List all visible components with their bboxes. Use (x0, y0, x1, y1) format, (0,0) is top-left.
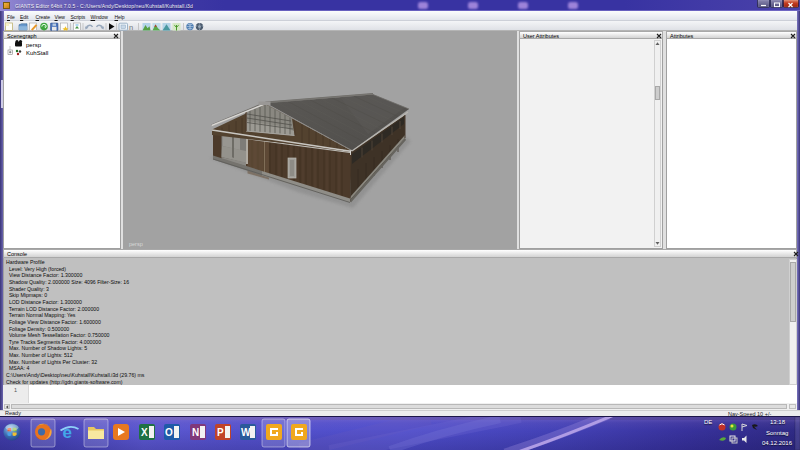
svg-text:X: X (141, 427, 148, 438)
svg-text:e: e (63, 423, 72, 442)
svg-text:W: W (241, 427, 251, 438)
svg-text:n: n (129, 22, 133, 30)
svg-text:N: N (192, 427, 199, 438)
svg-text:O: O (165, 427, 173, 438)
svg-text:persp: persp (26, 42, 42, 48)
svg-text:KuhStall: KuhStall (26, 50, 48, 56)
svg-text:P: P (217, 427, 224, 438)
